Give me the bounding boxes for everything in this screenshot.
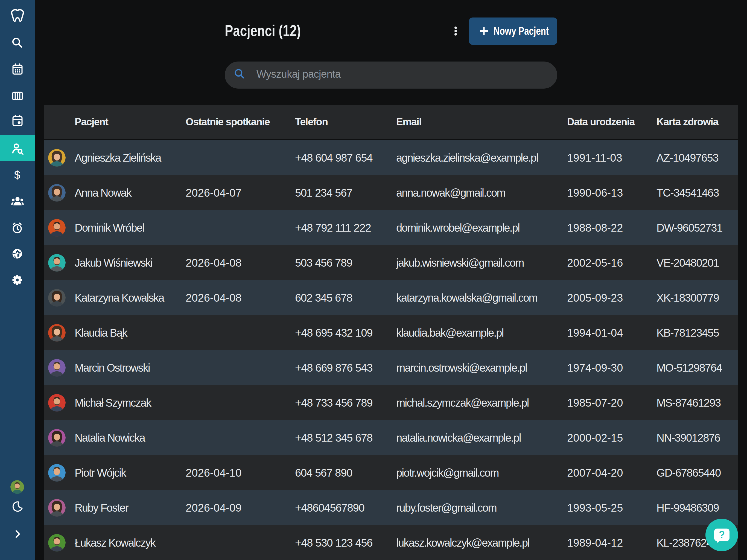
svg-text:$: $ bbox=[14, 169, 20, 181]
svg-text:?: ? bbox=[719, 529, 725, 540]
